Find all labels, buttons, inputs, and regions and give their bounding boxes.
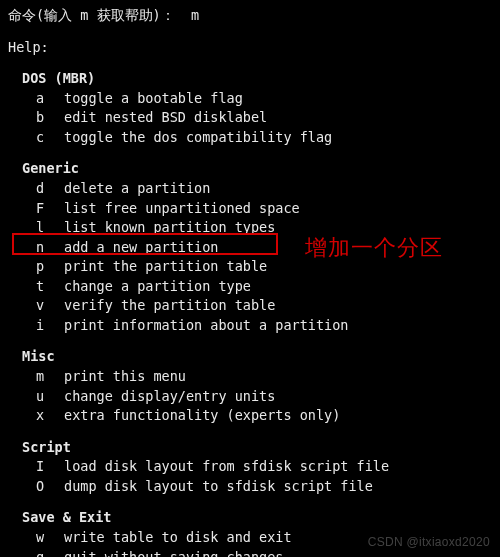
help-row: uchange display/entry units xyxy=(22,387,492,407)
section-title-dos: DOS (MBR) xyxy=(22,69,492,89)
key-c: c xyxy=(36,128,64,148)
command-prompt[interactable]: 命令(输入 m 获取帮助)： m xyxy=(8,6,492,26)
section-script: Script Iload disk layout from sfdisk scr… xyxy=(8,438,492,497)
key-w: w xyxy=(36,528,64,548)
desc: change a partition type xyxy=(64,278,251,294)
help-row: ddelete a partition xyxy=(22,179,492,199)
desc: toggle the dos compatibility flag xyxy=(64,129,332,145)
key-b: b xyxy=(36,108,64,128)
key-O: O xyxy=(36,477,64,497)
key-u: u xyxy=(36,387,64,407)
help-row: vverify the partition table xyxy=(22,296,492,316)
key-q: q xyxy=(36,548,64,558)
desc: change display/entry units xyxy=(64,388,275,404)
section-misc: Misc mprint this menu uchange display/en… xyxy=(8,347,492,425)
key-I: I xyxy=(36,457,64,477)
help-row: bedit nested BSD disklabel xyxy=(22,108,492,128)
desc: quit without saving changes xyxy=(64,549,283,558)
help-row: atoggle a bootable flag xyxy=(22,89,492,109)
desc: delete a partition xyxy=(64,180,210,196)
watermark-text: CSDN @itxiaoxd2020 xyxy=(368,534,490,551)
help-row: Iload disk layout from sfdisk script fil… xyxy=(22,457,492,477)
key-t: t xyxy=(36,277,64,297)
help-row: iprint information about a partition xyxy=(22,316,492,336)
desc: print the partition table xyxy=(64,258,267,274)
help-row: mprint this menu xyxy=(22,367,492,387)
key-x: x xyxy=(36,406,64,426)
section-title-script: Script xyxy=(22,438,492,458)
desc: dump disk layout to sfdisk script file xyxy=(64,478,373,494)
desc: extra functionality (experts only) xyxy=(64,407,340,423)
help-row: Flist free unpartitioned space xyxy=(22,199,492,219)
help-row: ctoggle the dos compatibility flag xyxy=(22,128,492,148)
section-title-generic: Generic xyxy=(22,159,492,179)
key-i: i xyxy=(36,316,64,336)
annotation-text: 增加一个分区 xyxy=(305,232,443,264)
desc: toggle a bootable flag xyxy=(64,90,243,106)
help-row: tchange a partition type xyxy=(22,277,492,297)
key-l: l xyxy=(36,218,64,238)
key-n: n xyxy=(36,238,64,258)
key-d: d xyxy=(36,179,64,199)
desc: verify the partition table xyxy=(64,297,275,313)
help-header: Help: xyxy=(8,38,492,58)
desc: list free unpartitioned space xyxy=(64,200,300,216)
desc: load disk layout from sfdisk script file xyxy=(64,458,389,474)
section-dos: DOS (MBR) atoggle a bootable flag bedit … xyxy=(8,69,492,147)
desc: add a new partition xyxy=(64,239,218,255)
desc: list known partition types xyxy=(64,219,275,235)
key-v: v xyxy=(36,296,64,316)
section-title-misc: Misc xyxy=(22,347,492,367)
key-a: a xyxy=(36,89,64,109)
section-title-save: Save & Exit xyxy=(22,508,492,528)
key-p: p xyxy=(36,257,64,277)
desc: print information about a partition xyxy=(64,317,348,333)
help-row: Odump disk layout to sfdisk script file xyxy=(22,477,492,497)
desc: edit nested BSD disklabel xyxy=(64,109,267,125)
help-row: xextra functionality (experts only) xyxy=(22,406,492,426)
key-F: F xyxy=(36,199,64,219)
key-m: m xyxy=(36,367,64,387)
desc: write table to disk and exit xyxy=(64,529,292,545)
desc: print this menu xyxy=(64,368,186,384)
